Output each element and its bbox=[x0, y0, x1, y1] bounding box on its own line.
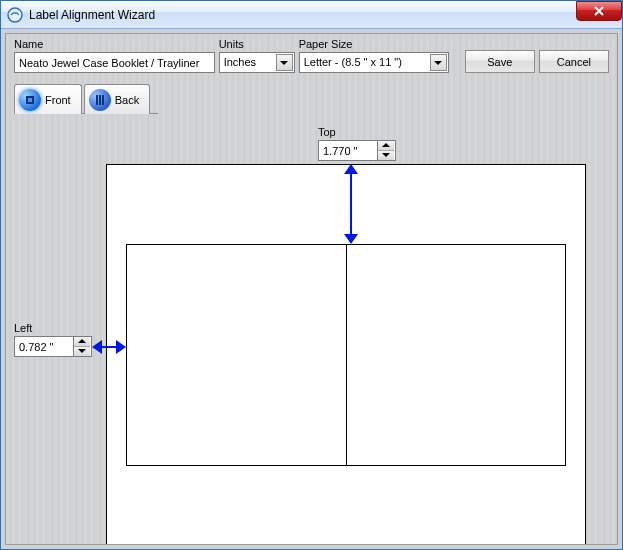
paper-size-select[interactable]: Letter - (8.5 " x 11 ") bbox=[299, 52, 449, 73]
left-offset-arrow bbox=[92, 340, 126, 354]
units-label: Units bbox=[219, 38, 295, 50]
tab-front[interactable]: Front bbox=[14, 84, 82, 114]
close-button[interactable] bbox=[576, 1, 622, 21]
units-field: Units Inches bbox=[219, 38, 295, 73]
left-offset-input[interactable] bbox=[15, 337, 73, 356]
label-rectangle bbox=[126, 244, 566, 466]
tab-back[interactable]: Back bbox=[84, 84, 150, 114]
units-value: Inches bbox=[224, 56, 256, 68]
spinner-buttons bbox=[377, 141, 394, 160]
top-row: Name Units Inches Paper Size Letter - (8… bbox=[14, 38, 609, 73]
app-icon bbox=[7, 7, 23, 23]
spin-up-icon[interactable] bbox=[74, 337, 90, 347]
front-icon bbox=[19, 89, 41, 111]
name-field: Name bbox=[14, 38, 215, 73]
top-offset-label: Top bbox=[318, 126, 336, 138]
back-icon bbox=[89, 89, 111, 111]
tab-back-label: Back bbox=[115, 94, 139, 106]
window-title: Label Alignment Wizard bbox=[29, 8, 155, 22]
cancel-button[interactable]: Cancel bbox=[539, 50, 609, 73]
top-offset-spinner[interactable] bbox=[318, 140, 396, 161]
tabstrip: Front Back bbox=[14, 82, 158, 114]
name-input[interactable] bbox=[14, 52, 215, 73]
name-label: Name bbox=[14, 38, 215, 50]
save-button[interactable]: Save bbox=[465, 50, 535, 73]
svg-point-0 bbox=[8, 8, 22, 22]
spin-down-icon[interactable] bbox=[378, 151, 394, 161]
content-area: Name Units Inches Paper Size Letter - (8… bbox=[5, 33, 618, 545]
tab-front-label: Front bbox=[45, 94, 71, 106]
paper-size-value: Letter - (8.5 " x 11 ") bbox=[304, 56, 402, 68]
left-offset-label: Left bbox=[14, 322, 32, 334]
units-select[interactable]: Inches bbox=[219, 52, 295, 73]
left-offset-spinner[interactable] bbox=[14, 336, 92, 357]
spin-up-icon[interactable] bbox=[378, 141, 394, 151]
titlebar: Label Alignment Wizard bbox=[1, 1, 622, 29]
label-divider bbox=[346, 245, 347, 465]
spin-down-icon[interactable] bbox=[74, 347, 90, 357]
label-alignment-wizard-window: Label Alignment Wizard Name Units Inches… bbox=[0, 0, 623, 550]
top-offset-arrow bbox=[344, 164, 358, 244]
paper-size-field: Paper Size Letter - (8.5 " x 11 ") bbox=[299, 38, 449, 73]
paper-size-label: Paper Size bbox=[299, 38, 449, 50]
chevron-down-icon bbox=[276, 54, 293, 71]
spinner-buttons bbox=[73, 337, 90, 356]
chevron-down-icon bbox=[430, 54, 447, 71]
top-offset-input[interactable] bbox=[319, 141, 377, 160]
